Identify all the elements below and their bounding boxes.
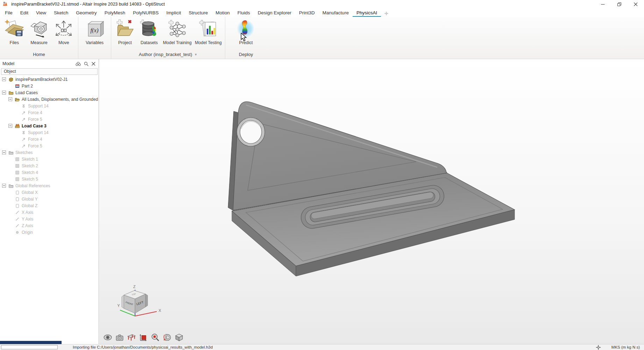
folder-open-icon bbox=[15, 97, 20, 102]
ribbon-group-label-text: Deploy bbox=[239, 52, 253, 57]
tree-item-label: Sketch 5 bbox=[22, 177, 38, 182]
ribbon-group-label-text: Author (insp_bracket_test) bbox=[139, 52, 192, 57]
panel-binoculars-icon[interactable] bbox=[76, 62, 81, 66]
tree-item-y-axis[interactable]: Y Axis bbox=[0, 216, 99, 222]
menu-manufacture[interactable]: Manufacture bbox=[319, 9, 353, 17]
panel-search-icon[interactable] bbox=[84, 62, 89, 66]
tree-item-global-z[interactable]: Global Z bbox=[0, 202, 99, 209]
menu-fluids[interactable]: Fluids bbox=[234, 9, 254, 17]
menu-polymesh[interactable]: PolyMesh bbox=[101, 9, 129, 17]
tree-item-sketch-2[interactable]: Sketch 2 bbox=[0, 162, 99, 169]
menu-design-explorer[interactable]: Design Explorer bbox=[254, 9, 295, 17]
expander-minus-icon[interactable] bbox=[2, 91, 6, 94]
tree-item-label: Support 14 bbox=[28, 104, 49, 108]
tree-item-sketch-5[interactable]: Sketch 5 bbox=[0, 176, 99, 182]
menu-view[interactable]: View bbox=[32, 9, 50, 17]
datasets-button[interactable]: Datasets bbox=[139, 19, 160, 45]
add-ribbon-tab-button[interactable] bbox=[381, 11, 392, 17]
tree-item-global-x[interactable]: Global X bbox=[0, 189, 99, 196]
tree-item-origin[interactable]: Origin bbox=[0, 229, 99, 236]
view-cube[interactable]: TOP FRONT LEFT Z Y X bbox=[114, 281, 179, 326]
tree-item-sketch-1[interactable]: Sketch 1 bbox=[0, 156, 99, 162]
expander-minus-icon[interactable] bbox=[2, 150, 6, 154]
project-button[interactable]: Project bbox=[114, 19, 135, 45]
sketch-icon bbox=[15, 170, 20, 175]
menu-motion[interactable]: Motion bbox=[212, 9, 234, 17]
tree-item-z-axis[interactable]: Z Axis bbox=[0, 222, 99, 229]
view-visibility-button[interactable] bbox=[103, 332, 112, 342]
tree-item-label: X Axis bbox=[22, 210, 33, 215]
crosshair-icon[interactable] bbox=[596, 345, 601, 350]
files-icon bbox=[4, 19, 24, 39]
tree-item-x-axis[interactable]: X Axis bbox=[0, 209, 99, 216]
files-button[interactable]: Files bbox=[4, 19, 25, 45]
menu-print3d[interactable]: Print3D bbox=[295, 9, 319, 17]
menu-edit[interactable]: Edit bbox=[16, 9, 32, 17]
axis-icon bbox=[15, 223, 20, 228]
ribbon-group-label-text: Home bbox=[33, 52, 45, 57]
measure-button[interactable]: Measure bbox=[29, 19, 50, 45]
tree-item-label: Global Y bbox=[22, 197, 38, 202]
tree-item-part-2[interactable]: Part 2 bbox=[0, 83, 99, 89]
tree-item-load-cases[interactable]: Load Cases bbox=[0, 89, 99, 96]
x-axis-label: X bbox=[158, 308, 161, 313]
close-button[interactable] bbox=[628, 0, 644, 8]
expander-minus-icon[interactable] bbox=[8, 124, 12, 128]
tree-item-global-y[interactable]: Global Y bbox=[0, 196, 99, 202]
menu-polynurbs[interactable]: PolyNURBS bbox=[129, 9, 163, 17]
tree-item-inspireparambracketv02-j1[interactable]: inspireParamBracketV02-J1 bbox=[0, 76, 99, 83]
expander-minus-icon[interactable] bbox=[2, 184, 6, 188]
model-testing-button[interactable]: Model Testing bbox=[195, 19, 222, 45]
sketch-icon bbox=[15, 157, 20, 162]
menu-geometry[interactable]: Geometry bbox=[72, 9, 100, 17]
plane-icon bbox=[15, 197, 20, 202]
tree-item-force-4[interactable]: Force 4 bbox=[0, 136, 99, 142]
tree-item-label: Sketch 1 bbox=[22, 157, 38, 162]
viewport-3d[interactable]: TOP FRONT LEFT Z Y X bbox=[99, 59, 644, 344]
model-testing-label: Model Testing bbox=[195, 40, 222, 45]
restore-button[interactable] bbox=[611, 0, 628, 8]
bracket-model[interactable] bbox=[99, 59, 644, 344]
view-cube-bevel2 bbox=[122, 295, 124, 308]
expander-minus-icon[interactable] bbox=[8, 97, 12, 101]
menu-structure[interactable]: Structure bbox=[185, 9, 212, 17]
tree-item-sketch-4[interactable]: Sketch 4 bbox=[0, 169, 99, 176]
tree-item-sketches[interactable]: Sketches bbox=[0, 149, 99, 156]
y-axis-label: Y bbox=[117, 303, 120, 308]
menu-file[interactable]: File bbox=[1, 9, 16, 17]
tree-item-support-14[interactable]: Support 14 bbox=[0, 103, 99, 109]
model-training-button[interactable]: Model Training bbox=[163, 19, 192, 45]
ribbon-group-home: FilesMeasureMoveHome bbox=[0, 17, 78, 59]
snapshot-button[interactable] bbox=[115, 332, 124, 342]
minimize-button[interactable] bbox=[595, 0, 611, 8]
tree-item-load-case-3[interactable]: Load Case 3 bbox=[0, 122, 99, 129]
tree-item-force-5[interactable]: Force 5 bbox=[0, 116, 99, 122]
units-label[interactable]: MKS (m kg N s) bbox=[611, 345, 640, 349]
ribbon-group-label[interactable]: Author (insp_bracket_test)▼ bbox=[111, 50, 225, 59]
rotate-view-button[interactable] bbox=[162, 332, 172, 342]
datasets-label: Datasets bbox=[141, 40, 158, 45]
predict-button[interactable]: Predict bbox=[235, 19, 256, 45]
force-icon bbox=[21, 137, 26, 142]
move-button[interactable]: Move bbox=[53, 19, 74, 45]
zoom-button[interactable] bbox=[150, 332, 160, 342]
tree-item-support-14[interactable]: Support 14 bbox=[0, 129, 99, 136]
iso-view-icon bbox=[175, 333, 184, 342]
fit-view-button[interactable] bbox=[139, 332, 148, 342]
altair-logo bbox=[3, 1, 8, 7]
tree-item-force-4[interactable]: Force 4 bbox=[0, 109, 99, 116]
menu-sketch[interactable]: Sketch bbox=[50, 9, 72, 17]
tree-item-force-5[interactable]: Force 5 bbox=[0, 142, 99, 149]
variables-button[interactable]: f(x)Variables bbox=[84, 19, 105, 45]
show-ground-button[interactable] bbox=[127, 332, 136, 342]
tree-item-label: Global References bbox=[15, 183, 50, 188]
tree-item-global-references[interactable]: Global References bbox=[0, 182, 99, 189]
viewport-toolbar bbox=[103, 332, 184, 342]
tree-item-all-loads-displacements-and-grounded-faste[interactable]: All Loads, Displacements, and Grounded F… bbox=[0, 96, 99, 103]
close-icon bbox=[634, 2, 638, 6]
menu-implicit[interactable]: Implicit bbox=[162, 9, 185, 17]
expander-minus-icon[interactable] bbox=[2, 77, 6, 81]
menu-physicsai[interactable]: PhysicsAI bbox=[353, 9, 381, 17]
iso-view-button[interactable] bbox=[174, 332, 184, 342]
panel-close-icon[interactable] bbox=[92, 62, 95, 66]
